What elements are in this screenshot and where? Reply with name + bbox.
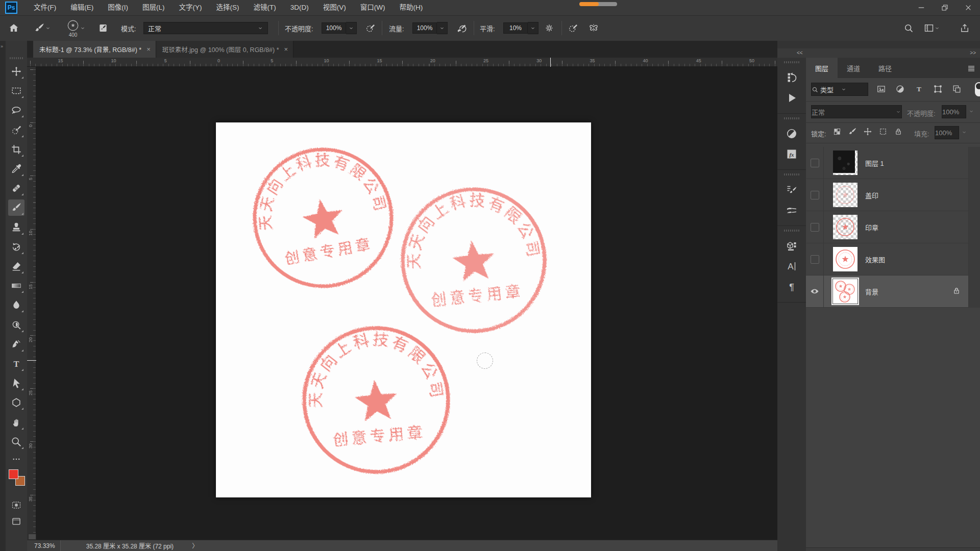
menu-图像(I)[interactable]: 图像(I) xyxy=(101,0,135,15)
panel-tab-通道[interactable]: 通道 xyxy=(838,58,869,78)
panel-menu-icon[interactable] xyxy=(967,64,976,73)
layer-row-效果图[interactable]: 效果图 xyxy=(806,243,968,276)
menu-编辑(E)[interactable]: 编辑(E) xyxy=(63,0,101,15)
tool-dodge[interactable] xyxy=(8,317,24,333)
menu-滤镜(T)[interactable]: 滤镜(T) xyxy=(247,0,283,15)
tool-shape[interactable] xyxy=(8,394,24,411)
tab-close-icon[interactable]: × xyxy=(146,45,151,53)
brush-preset-picker[interactable]: 400 xyxy=(66,16,86,40)
lock-artboard-icon[interactable] xyxy=(878,127,888,138)
quick-mask-button[interactable] xyxy=(8,497,24,513)
layer-row-印章[interactable]: 印章 xyxy=(806,211,968,243)
panel-character-button[interactable]: A xyxy=(777,256,806,277)
panel-styles-button[interactable]: fx xyxy=(777,144,806,164)
lock-transparency-icon[interactable] xyxy=(832,127,842,138)
filter-type-layers-icon[interactable]: T xyxy=(914,84,924,95)
screen-mode-button[interactable] xyxy=(8,513,24,530)
blend-mode-select[interactable]: 正常 xyxy=(143,16,268,40)
share-button[interactable] xyxy=(960,16,970,40)
tool-pen[interactable] xyxy=(8,336,24,353)
opacity-pressure-button[interactable] xyxy=(365,16,376,40)
foreground-color-swatch[interactable] xyxy=(9,469,18,479)
tool-object-selection[interactable] xyxy=(8,122,24,138)
menu-选择(S)[interactable]: 选择(S) xyxy=(209,0,247,15)
tool-gradient[interactable] xyxy=(8,278,24,294)
close-button[interactable] xyxy=(957,0,980,15)
canvas-viewport[interactable]: 天天向上科技有限公司创意专用章天天向上科技有限公司创意专用章天天向上科技有限公司… xyxy=(36,67,777,540)
panel-properties-button[interactable] xyxy=(777,236,806,256)
layer-blend-mode-select[interactable]: 正常 xyxy=(811,105,902,118)
filter-toggle[interactable] xyxy=(975,82,980,96)
tool-move[interactable] xyxy=(8,63,24,80)
tool-marquee[interactable] xyxy=(8,83,24,99)
document-tab-0[interactable]: 未标题-1 @ 73.3% (背景, RGB/8#) *× xyxy=(33,41,156,58)
status-chevron-icon[interactable]: 〉 xyxy=(192,541,198,550)
filter-pixel-layers-icon[interactable] xyxy=(876,84,886,95)
lock-all-icon[interactable] xyxy=(894,127,903,138)
layers-scrollbar-gutter[interactable] xyxy=(968,147,980,308)
restore-button[interactable] xyxy=(933,0,957,15)
panel-paragraph-button[interactable]: ¶ xyxy=(777,277,806,297)
toggle-brush-panel-button[interactable] xyxy=(98,16,108,40)
workspace-button[interactable] xyxy=(924,16,940,40)
tool-clone-stamp[interactable] xyxy=(8,219,24,236)
opacity-input[interactable]: 100% xyxy=(322,16,357,40)
panel-tab-路径[interactable]: 路径 xyxy=(869,58,901,78)
expand-icon[interactable]: » xyxy=(1,44,3,49)
layer-row-背景[interactable]: 背景 xyxy=(806,276,968,308)
scrollbar-corner[interactable] xyxy=(28,534,36,540)
tool-preset-button[interactable] xyxy=(34,16,51,40)
home-button[interactable] xyxy=(8,16,19,40)
minimize-button[interactable] xyxy=(910,0,933,15)
menu-文件(F)[interactable]: 文件(F) xyxy=(27,0,63,15)
tool-path-selection[interactable] xyxy=(8,375,24,391)
panel-history-button[interactable] xyxy=(777,67,806,88)
tool-lasso[interactable] xyxy=(8,102,24,118)
panel-brush-settings-button[interactable] xyxy=(777,180,806,200)
tool-blur[interactable] xyxy=(8,297,24,313)
layer-thumbnail[interactable] xyxy=(833,215,857,239)
layer-thumbnail[interactable] xyxy=(833,247,857,271)
filter-adjustment-layers-icon[interactable] xyxy=(895,84,905,95)
layer-visibility-toggle[interactable] xyxy=(806,276,824,307)
document-canvas[interactable]: 天天向上科技有限公司创意专用章天天向上科技有限公司创意专用章天天向上科技有限公司… xyxy=(216,122,591,497)
filter-shape-layers-icon[interactable] xyxy=(933,84,943,95)
layer-thumbnail[interactable] xyxy=(833,151,857,175)
menu-图层(L)[interactable]: 图层(L) xyxy=(135,0,172,15)
layer-visibility-toggle[interactable] xyxy=(806,243,824,275)
layer-thumbnail[interactable] xyxy=(833,279,857,304)
toolbar-grip[interactable] xyxy=(10,57,23,59)
layer-row-盖印[interactable]: 盖印 xyxy=(806,179,968,211)
layer-visibility-toggle[interactable] xyxy=(806,179,824,211)
filter-smart-objects-icon[interactable] xyxy=(952,84,962,95)
menu-视图(V)[interactable]: 视图(V) xyxy=(316,0,353,15)
flow-input[interactable]: 100% xyxy=(412,16,448,40)
panel-brushes-button[interactable] xyxy=(777,200,806,220)
airbrush-button[interactable] xyxy=(456,16,467,40)
layer-fill-input[interactable]: 100% xyxy=(935,126,959,139)
lock-position-icon[interactable] xyxy=(863,127,872,138)
collapse-right-icon[interactable]: >> xyxy=(970,50,976,56)
layer-visibility-toggle[interactable] xyxy=(806,147,824,179)
menu-窗口(W)[interactable]: 窗口(W) xyxy=(353,0,393,15)
smoothing-options-button[interactable] xyxy=(544,16,554,40)
tool-type[interactable]: T xyxy=(8,356,24,372)
panel-adjustments-button[interactable] xyxy=(777,123,806,144)
tab-close-icon[interactable]: × xyxy=(284,45,288,53)
tool-healing-brush[interactable] xyxy=(8,180,24,196)
smoothing-input[interactable]: 10% xyxy=(503,16,538,40)
menu-文字(Y)[interactable]: 文字(Y) xyxy=(172,0,209,15)
tool-eraser[interactable] xyxy=(8,258,24,274)
document-tab-1[interactable]: 斑驳素材.jpg @ 100% (图层 0, RGB/8#) *× xyxy=(156,41,293,58)
layer-row-图层 1[interactable]: 图层 1 xyxy=(806,147,968,179)
tool-crop[interactable] xyxy=(8,141,24,158)
tool-hand[interactable] xyxy=(8,414,24,431)
tool-zoom[interactable] xyxy=(8,434,24,450)
tool-eyedropper[interactable] xyxy=(8,161,24,177)
layer-visibility-toggle[interactable] xyxy=(806,211,824,243)
lock-pixels-icon[interactable] xyxy=(848,127,857,138)
panel-tab-图层[interactable]: 图层 xyxy=(806,58,838,78)
menu-帮助(H)[interactable]: 帮助(H) xyxy=(392,0,430,15)
symmetry-button[interactable] xyxy=(588,16,599,40)
size-pressure-button[interactable] xyxy=(568,16,579,40)
